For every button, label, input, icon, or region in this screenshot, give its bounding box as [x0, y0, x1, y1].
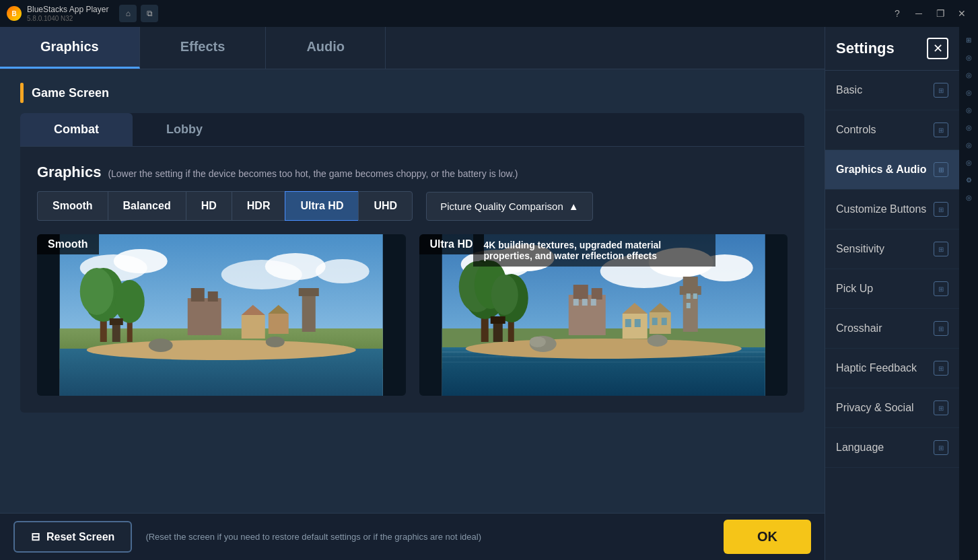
- app-name: BlueStacks App Player: [27, 5, 108, 14]
- settings-panel: Graphics Effects Audio Game Screen Comba…: [0, 27, 825, 560]
- preview-smooth: Smooth: [37, 234, 406, 396]
- help-button[interactable]: ?: [888, 4, 907, 23]
- panel-body: Game Screen Combat Lobby Graphics (Lower…: [0, 69, 825, 513]
- sidebar-item-haptic-feedback-icon: ⊞: [934, 361, 948, 376]
- svg-rect-25: [269, 314, 289, 334]
- sidebar-item-graphics-audio-icon: ⊞: [934, 162, 948, 177]
- sidebar-title: Settings: [836, 40, 895, 57]
- graphics-label-row: Graphics (Lower the setting if the devic…: [37, 164, 788, 181]
- sub-tab-lobby[interactable]: Lobby: [133, 113, 236, 146]
- svg-rect-57: [686, 293, 690, 299]
- quality-smooth[interactable]: Smooth: [37, 191, 108, 221]
- sidebar-item-basic[interactable]: Basic ⊞: [825, 71, 959, 110]
- sidebar-item-pick-up[interactable]: Pick Up ⊞: [825, 269, 959, 309]
- tab-audio[interactable]: Audio: [266, 27, 386, 69]
- strip-btn-2[interactable]: ◎: [961, 67, 976, 82]
- preview-ultra-hd: Ultra HD 4K building textures, upgraded …: [419, 234, 788, 396]
- sidebar-item-sensitivity[interactable]: Sensitivity ⊞: [825, 230, 959, 269]
- sidebar-item-controls[interactable]: Controls ⊞: [825, 110, 959, 150]
- sidebar-close-button[interactable]: ✕: [927, 38, 948, 59]
- sub-tab-combat[interactable]: Combat: [20, 113, 133, 146]
- strip-btn-9[interactable]: ◎: [961, 190, 976, 205]
- scene-smooth-svg: [37, 234, 406, 396]
- svg-point-63: [529, 337, 545, 347]
- strip-btn-6[interactable]: ◎: [961, 137, 976, 152]
- preview-smooth-label: Smooth: [37, 234, 99, 254]
- reset-screen-button[interactable]: ⊟ Reset Screen: [13, 521, 132, 553]
- restore-button[interactable]: ❐: [931, 4, 950, 23]
- strip-btn-0[interactable]: ⊞: [961, 32, 976, 47]
- sidebar-item-graphics-audio[interactable]: Graphics & Audio ⊞: [825, 150, 959, 190]
- sidebar-item-graphics-audio-label: Graphics & Audio: [836, 164, 927, 176]
- svg-rect-18: [299, 288, 319, 296]
- section-bar: [20, 83, 24, 103]
- sidebar-item-customize-buttons-label: Customize Buttons: [836, 203, 926, 215]
- quality-uhd[interactable]: UHD: [358, 191, 413, 221]
- layers-button[interactable]: ⧉: [141, 5, 158, 22]
- sidebar-items: Basic ⊞ Controls ⊞ Graphics & Audio ⊞ Cu…: [825, 71, 959, 560]
- close-button[interactable]: ✕: [952, 4, 971, 23]
- sidebar-item-privacy-social-label: Privacy & Social: [836, 402, 914, 414]
- sidebar-item-crosshair-label: Crosshair: [836, 322, 882, 335]
- quality-balanced[interactable]: Balanced: [108, 191, 186, 221]
- svg-rect-71: [652, 318, 657, 325]
- home-button[interactable]: ⌂: [119, 5, 137, 22]
- svg-point-64: [647, 335, 667, 347]
- quality-hdr[interactable]: HDR: [232, 191, 285, 221]
- minimize-button[interactable]: ─: [909, 4, 928, 23]
- svg-point-22: [266, 337, 285, 347]
- svg-rect-50: [591, 288, 602, 300]
- quality-buttons: Smooth Balanced HD HDR Ultra HD UHD Pict…: [37, 191, 788, 221]
- strip-btn-5[interactable]: ◎: [961, 120, 976, 135]
- strip-btn-8[interactable]: ⚙: [961, 172, 976, 187]
- picture-quality-icon: ▲: [569, 201, 579, 212]
- svg-point-47: [491, 275, 518, 315]
- tab-graphics[interactable]: Graphics: [0, 27, 140, 69]
- bottom-bar: ⊟ Reset Screen (Reset the screen if you …: [0, 513, 825, 560]
- sidebar-item-customize-buttons-icon: ⊞: [934, 202, 948, 217]
- svg-rect-56: [683, 277, 697, 290]
- section-title: Game Screen: [32, 86, 109, 100]
- sidebar-item-language[interactable]: Language ⊞: [825, 428, 959, 468]
- svg-point-8: [87, 340, 356, 360]
- svg-rect-59: [686, 303, 690, 308]
- sidebar-item-haptic-feedback-label: Haptic Feedback: [836, 362, 917, 374]
- sidebar-item-controls-label: Controls: [836, 124, 876, 136]
- quality-ultra-hd[interactable]: Ultra HD: [285, 191, 358, 221]
- right-sidebar: Settings ✕ Basic ⊞ Controls ⊞ Graphics &…: [825, 27, 959, 560]
- sidebar-item-crosshair-icon: ⊞: [934, 321, 948, 336]
- strip-btn-7[interactable]: ◎: [961, 155, 976, 170]
- graphics-hint: (Lower the setting if the device becomes…: [108, 168, 518, 179]
- sidebar-item-basic-icon: ⊞: [934, 83, 948, 98]
- strip-btn-3[interactable]: ◎: [961, 85, 976, 100]
- strip-btn-1[interactable]: ◎: [961, 50, 976, 65]
- sidebar-item-language-icon: ⊞: [934, 440, 948, 455]
- sidebar-item-customize-buttons[interactable]: Customize Buttons ⊞: [825, 190, 959, 230]
- reset-label: Reset Screen: [46, 531, 114, 543]
- main-content: Graphics Effects Audio Game Screen Comba…: [0, 27, 978, 560]
- sidebar-item-pick-up-icon: ⊞: [934, 281, 948, 296]
- svg-rect-15: [191, 288, 205, 302]
- app-logo: B: [7, 6, 22, 21]
- quality-hd[interactable]: HD: [186, 191, 232, 221]
- svg-rect-51: [573, 299, 578, 306]
- ok-button[interactable]: OK: [724, 520, 811, 554]
- svg-rect-20: [110, 318, 123, 325]
- sub-tabs: Combat Lobby: [20, 113, 804, 147]
- sidebar-item-haptic-feedback[interactable]: Haptic Feedback ⊞: [825, 349, 959, 388]
- svg-point-40: [465, 339, 741, 359]
- sidebar-item-pick-up-label: Pick Up: [836, 283, 873, 295]
- sidebar-item-crosshair[interactable]: Crosshair ⊞: [825, 309, 959, 349]
- picture-quality-comparison-button[interactable]: Picture Quality Comparison ▲: [426, 192, 592, 221]
- tab-effects[interactable]: Effects: [140, 27, 267, 69]
- svg-point-2: [114, 249, 168, 273]
- sidebar-header: Settings ✕: [825, 27, 959, 71]
- strip-btn-4[interactable]: ◎: [961, 102, 976, 117]
- sidebar-item-privacy-social[interactable]: Privacy & Social ⊞: [825, 388, 959, 428]
- sidebar-item-basic-label: Basic: [836, 84, 862, 96]
- titlebar: B BlueStacks App Player 5.8.0.1040 N32 ⌂…: [0, 0, 978, 27]
- sidebar-item-language-label: Language: [836, 442, 884, 454]
- reset-hint: (Reset the screen if you need to restore…: [145, 532, 710, 542]
- preview-ultra-hd-description: 4K building textures, upgraded material …: [473, 234, 715, 267]
- picture-quality-label: Picture Quality Comparison: [440, 201, 563, 212]
